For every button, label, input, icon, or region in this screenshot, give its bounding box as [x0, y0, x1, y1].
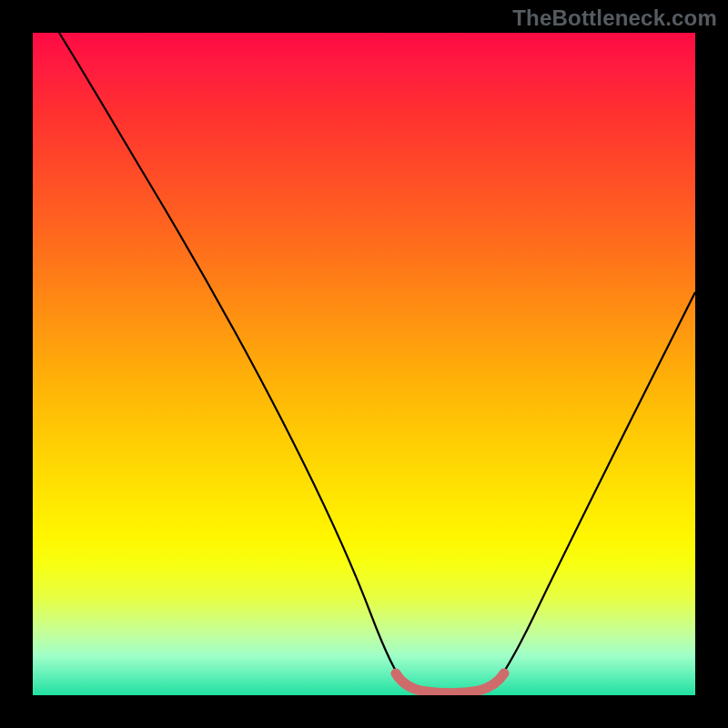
plot-area	[33, 33, 695, 695]
chart-frame: TheBottleneck.com	[0, 0, 728, 728]
valley-highlight	[396, 673, 504, 693]
watermark-text: TheBottleneck.com	[512, 5, 717, 31]
left-curve	[59, 33, 404, 682]
curve-layer	[33, 33, 695, 695]
right-curve	[497, 292, 695, 682]
